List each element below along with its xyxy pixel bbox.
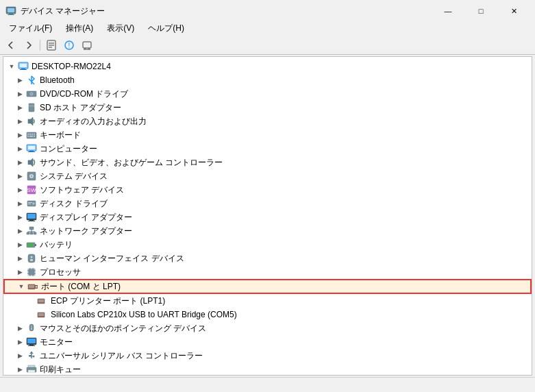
battery-label: バッテリ (40, 239, 73, 251)
forward-button[interactable] (21, 38, 37, 53)
ports-icon (27, 281, 39, 292)
hid-expand: ▶ (14, 253, 25, 264)
root-label: DESKTOP-RMO22L4 (32, 62, 111, 71)
svg-point-91 (40, 299, 41, 301)
tree-item-sound[interactable]: ▶ サウンド、ビデオ、およびゲーム コントローラー (3, 156, 532, 169)
svg-rect-32 (27, 136, 29, 137)
tree-item-hid[interactable]: ▶ ヒューマン インターフェイス デバイス (3, 252, 532, 265)
update-button[interactable]: ! (61, 38, 77, 53)
scan-button[interactable] (79, 38, 95, 53)
bluetooth-icon (25, 75, 38, 86)
svg-point-94 (38, 301, 40, 302)
svg-point-90 (38, 299, 40, 301)
tree-item-silicon[interactable]: ▶ Silicon Labs CP210x USB to UART Bridge… (3, 308, 532, 321)
svg-rect-55 (30, 232, 33, 234)
svg-rect-111 (27, 339, 36, 343)
menu-view[interactable]: 表示(V) (101, 21, 140, 36)
tree-item-bluetooth[interactable]: ▶ Bluetooth (3, 73, 532, 87)
print-icon (25, 364, 38, 375)
menu-help[interactable]: ヘルプ(H) (142, 21, 190, 36)
svg-marker-39 (28, 158, 33, 167)
back-button[interactable] (3, 38, 19, 53)
software-label: ソフトウェア デバイス (40, 184, 124, 196)
main-content: ▼ DESKTOP-RMO22L4 ▶ Bluetooth (3, 56, 532, 376)
mouse-label: マウスとそのほかのポインティング デバイス (40, 323, 206, 334)
silicon-label: Silicon Labs CP210x USB to UART Bridge (… (51, 310, 237, 319)
svg-rect-28 (27, 134, 29, 135)
tree-item-ports[interactable]: ▼ ポート (COM と LPT) (3, 279, 532, 294)
tree-item-display[interactable]: ▶ ディスプレイ アダプター (3, 210, 532, 224)
tree-item-monitor[interactable]: ▶ モニター (3, 335, 532, 349)
tree-view[interactable]: ▼ DESKTOP-RMO22L4 ▶ Bluetooth (3, 57, 532, 375)
monitor-expand: ▶ (14, 336, 25, 347)
ecp-label: ECP プリンター ポート (LPT1) (51, 295, 165, 307)
tree-item-battery[interactable]: ▶ バッテリ (3, 238, 532, 252)
svg-rect-64 (27, 243, 33, 247)
sd-icon (25, 102, 38, 113)
svg-rect-50 (27, 214, 36, 219)
processor-icon (25, 267, 38, 278)
root-expand-icon: ▼ (6, 61, 17, 72)
tree-item-computer[interactable]: ▶ コンピューター (3, 142, 532, 156)
network-label: ネットワーク アダプター (40, 225, 132, 237)
system-label: システム デバイス (40, 171, 108, 182)
properties-button[interactable] (43, 38, 60, 53)
toolbar-separator-1 (40, 40, 40, 51)
display-expand: ▶ (14, 212, 25, 223)
tree-item-ecp[interactable]: ▶ ECP プリンター ポート (LPT1) (3, 294, 532, 308)
svg-rect-31 (34, 134, 35, 135)
sd-expand: ▶ (14, 102, 25, 113)
network-expand: ▶ (14, 225, 25, 236)
disk-icon (25, 198, 38, 209)
svg-marker-26 (28, 117, 33, 125)
maximize-button[interactable]: □ (465, 4, 497, 18)
tree-item-dvd[interactable]: ▶ DVD/CD-ROM ドライブ (3, 87, 532, 101)
window-controls[interactable]: — □ ✕ (432, 4, 530, 18)
tree-item-software[interactable]: ▶ SW ソフトウェア デバイス (3, 183, 532, 197)
menu-action[interactable]: 操作(A) (60, 21, 99, 36)
keyboard-expand: ▶ (14, 130, 25, 140)
hid-icon (25, 253, 38, 264)
svg-point-86 (33, 286, 34, 288)
svg-point-81 (32, 285, 33, 286)
tree-root[interactable]: ▼ DESKTOP-RMO22L4 (3, 60, 532, 73)
svg-point-79 (29, 285, 30, 286)
svg-rect-15 (20, 64, 27, 67)
computer-icon (17, 61, 29, 72)
menu-file[interactable]: ファイル(F) (3, 21, 58, 36)
svg-rect-54 (27, 232, 29, 234)
svg-rect-38 (28, 151, 35, 152)
minimize-button[interactable]: — (432, 4, 464, 18)
tree-item-keyboard[interactable]: ▶ キーボード (3, 128, 532, 142)
svg-rect-51 (29, 220, 34, 221)
status-bar (0, 377, 535, 392)
tree-item-sd[interactable]: ▶ SD ホスト アダプター (3, 101, 532, 114)
tree-item-processor[interactable]: ▶ プロセッサ (3, 265, 532, 279)
tree-item-audio[interactable]: ▶ オーディオの入力および出力 (3, 114, 532, 128)
svg-point-97 (42, 301, 44, 302)
close-button[interactable]: ✕ (498, 4, 530, 18)
processor-expand: ▶ (14, 267, 25, 278)
svg-point-96 (41, 301, 42, 302)
tree-item-system[interactable]: ▶ システム デバイス (3, 169, 532, 183)
svg-point-82 (33, 285, 34, 286)
svg-point-106 (42, 315, 44, 316)
tree-item-print[interactable]: ▶ 印刷キュー (3, 363, 532, 375)
disk-label: ディスク ドライブ (40, 198, 108, 210)
audio-expand: ▶ (14, 116, 25, 127)
menu-bar: ファイル(F) 操作(A) 表示(V) ヘルプ(H) (0, 21, 535, 36)
battery-icon (25, 239, 38, 250)
audio-label: オーディオの入力および出力 (40, 116, 147, 127)
svg-point-93 (42, 299, 44, 301)
svg-rect-56 (34, 232, 36, 234)
svg-rect-67 (30, 259, 33, 261)
svg-point-92 (41, 299, 42, 301)
svg-rect-1 (8, 8, 14, 12)
tree-item-usb[interactable]: ▶ ユニバーサル シリアル バス コントローラー (3, 349, 532, 363)
tree-item-mouse[interactable]: ▶ マウスとそのほかのポインティング デバイス (3, 321, 532, 335)
monitor-icon (25, 336, 38, 347)
sound-label: サウンド、ビデオ、およびゲーム コントローラー (40, 157, 223, 169)
tree-item-disk[interactable]: ▶ ディスク ドライブ (3, 197, 532, 210)
usb-expand: ▶ (14, 350, 25, 361)
tree-item-network[interactable]: ▶ ネットワーク アダプター (3, 224, 532, 238)
